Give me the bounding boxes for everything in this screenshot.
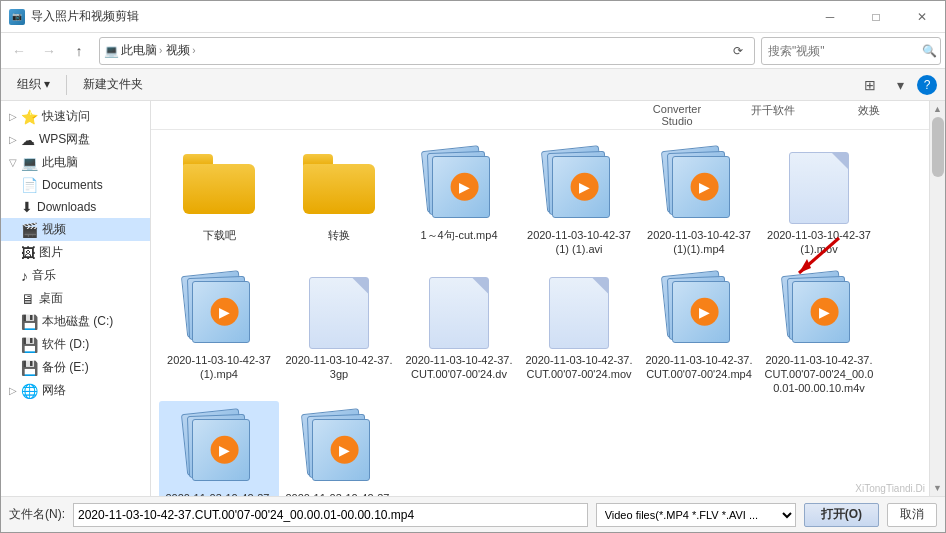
play-icon-4: ▶	[571, 173, 599, 201]
file-name-12: 2020-11-03-10-42-37.CUT.00'07-00'24_00.0…	[764, 353, 874, 396]
expand-icon: ▷	[9, 111, 17, 122]
file-item-13[interactable]: ▶ 2020-11-03-10-42-37.CUT.00'07-00'24_00…	[159, 401, 279, 496]
expand-icon-pc: ▽	[9, 157, 17, 168]
scroll-up-button[interactable]: ▲	[930, 101, 946, 117]
address-content: 💻 此电脑 › 视频 ›	[104, 42, 722, 59]
minimize-button[interactable]: ─	[807, 1, 853, 33]
address-segment-1: 💻 此电脑 ›	[104, 42, 162, 59]
file-item-3[interactable]: ▶ 1～4句-cut.mp4	[399, 138, 519, 263]
address-videos: 视频	[166, 42, 190, 59]
search-bar[interactable]: 🔍	[761, 37, 941, 65]
search-input[interactable]	[768, 44, 918, 58]
file-item-folder1[interactable]: 下载吧	[159, 138, 279, 263]
generic-thumb-8	[299, 269, 379, 349]
sidebar-item-quick-access[interactable]: ▷ ⭐ 快速访问	[1, 105, 150, 128]
file-item-10[interactable]: 2020-11-03-10-42-37.CUT.00'07-00'24.mov	[519, 263, 639, 402]
new-folder-button[interactable]: 新建文件夹	[75, 73, 151, 97]
file-name-11: 2020-11-03-10-42-37.CUT.00'07-00'24.mp4	[644, 353, 754, 382]
desktop-icon: 🖥	[21, 291, 35, 307]
scrollbar[interactable]: ▲ ▼	[929, 101, 945, 496]
file-name-10: 2020-11-03-10-42-37.CUT.00'07-00'24.mov	[524, 353, 634, 382]
toolbar2-right: ⊞ ▾ ?	[857, 73, 937, 97]
watermark: XiTongTiandi.Di	[851, 481, 929, 496]
generic-icon-8	[309, 277, 369, 349]
search-icon: 🔍	[922, 44, 937, 58]
file-item-8[interactable]: 2020-11-03-10-42-37.3gp	[279, 263, 399, 402]
sidebar-item-disk-e[interactable]: 💾 备份 (E:)	[1, 356, 150, 379]
network-icon: 🌐	[21, 383, 38, 399]
sidebar-label-desktop: 桌面	[39, 290, 142, 307]
file-item-4[interactable]: ▶ 2020-11-03-10-42-37(1) (1).avi	[519, 138, 639, 263]
play-icon-5: ▶	[691, 173, 719, 201]
video-thumb-13: ▶	[179, 407, 259, 487]
sidebar-item-wps[interactable]: ▷ ☁ WPS网盘	[1, 128, 150, 151]
file-item-12[interactable]: ▶ 2020-11-03-10-42-37.CUT.00'07-00'24_00…	[759, 263, 879, 402]
sidebar-item-pictures[interactable]: 🖼 图片	[1, 241, 150, 264]
videos-icon: 🎬	[21, 222, 38, 238]
open-button[interactable]: 打开(O)	[804, 503, 879, 527]
file-item-9[interactable]: 2020-11-03-10-42-37.CUT.00'07-00'24.dv	[399, 263, 519, 402]
view-dropdown[interactable]: ▾	[887, 73, 913, 97]
sidebar-item-desktop[interactable]: 🖥 桌面	[1, 287, 150, 310]
video-stack-4: ▶	[544, 148, 614, 220]
cut-item-1: ConverterStudio	[637, 103, 717, 127]
folder-thumb-1	[179, 144, 259, 224]
address-chevron-1: ›	[159, 45, 162, 56]
generic-icon-10	[549, 277, 609, 349]
scroll-down-button[interactable]: ▼	[930, 480, 946, 496]
help-button[interactable]: ?	[917, 75, 937, 95]
refresh-button[interactable]: ⟳	[726, 39, 750, 63]
sidebar-item-downloads[interactable]: ⬇ Downloads	[1, 196, 150, 218]
sidebar-item-disk-d[interactable]: 💾 软件 (D:)	[1, 333, 150, 356]
documents-icon: 📄	[21, 177, 38, 193]
view-button[interactable]: ⊞	[857, 73, 883, 97]
folder-body-2	[303, 164, 375, 214]
address-bar[interactable]: 💻 此电脑 › 视频 › ⟳	[99, 37, 755, 65]
forward-button[interactable]: →	[35, 37, 63, 65]
sidebar-label-disk-d: 软件 (D:)	[42, 336, 142, 353]
sidebar-item-videos[interactable]: 🎬 视频	[1, 218, 150, 241]
organize-button[interactable]: 组织 ▾	[9, 73, 58, 97]
file-item-14[interactable]: ▶ 2020-11-03-10-42-37.CUT.00'07-00'28.av…	[279, 401, 399, 496]
file-name-3: 1～4句-cut.mp4	[420, 228, 497, 242]
sidebar-item-disk-c[interactable]: 💾 本地磁盘 (C:)	[1, 310, 150, 333]
folder-icon-2	[303, 154, 375, 214]
file-area[interactable]: ConverterStudio 开千软件 效换 下载吧	[151, 101, 929, 496]
sidebar-label-pictures: 图片	[39, 244, 142, 261]
file-item-7[interactable]: ▶ 2020-11-03-10-42-37(1).mp4	[159, 263, 279, 402]
filetype-select[interactable]: Video files(*.MP4 *.FLV *.AVI ...	[596, 503, 796, 527]
generic-thumb-9	[419, 269, 499, 349]
close-button[interactable]: ✕	[899, 1, 945, 33]
expand-icon-net: ▷	[9, 385, 17, 396]
sidebar-item-network[interactable]: ▷ 🌐 网络	[1, 379, 150, 402]
video-thumb-12: ▶	[779, 269, 859, 349]
file-name-6: 2020-11-03-10-42-37(1).mov	[764, 228, 874, 257]
file-item-folder2[interactable]: 转换	[279, 138, 399, 263]
address-pc: 此电脑	[121, 42, 157, 59]
downloads-icon: ⬇	[21, 199, 33, 215]
file-item-11[interactable]: ▶ 2020-11-03-10-42-37.CUT.00'07-00'24.mp…	[639, 263, 759, 402]
cancel-button[interactable]: 取消	[887, 503, 937, 527]
cut-item-2: 开千软件	[733, 103, 813, 127]
file-name-14: 2020-11-03-10-42-37.CUT.00'07-00'28.avi	[284, 491, 394, 496]
organize-toolbar: 组织 ▾ 新建文件夹 ⊞ ▾ ?	[1, 69, 945, 101]
sidebar-item-music[interactable]: ♪ 音乐	[1, 264, 150, 287]
file-item-6[interactable]: 2020-11-03-10-42-37(1).mov	[759, 138, 879, 263]
music-icon: ♪	[21, 268, 28, 284]
sidebar-label-quick-access: 快速访问	[42, 108, 142, 125]
maximize-button[interactable]: □	[853, 1, 899, 33]
video-stack-5: ▶	[664, 148, 734, 220]
disk-d-icon: 💾	[21, 337, 38, 353]
file-item-5[interactable]: ▶ 2020-11-03-10-42-37(1)(1).mp4	[639, 138, 759, 263]
sidebar-item-documents[interactable]: 📄 Documents	[1, 174, 150, 196]
scroll-thumb-track	[930, 117, 946, 480]
filename-input[interactable]	[73, 503, 588, 527]
scroll-thumb[interactable]	[932, 117, 944, 177]
bottom-bar: 文件名(N): Video files(*.MP4 *.FLV *.AVI ..…	[1, 496, 945, 532]
quick-access-icon: ⭐	[21, 109, 38, 125]
video-stack-14: ▶	[304, 411, 374, 483]
sidebar-item-pc[interactable]: ▽ 💻 此电脑	[1, 151, 150, 174]
back-button[interactable]: ←	[5, 37, 33, 65]
up-button[interactable]: ↑	[65, 37, 93, 65]
file-name-2: 转换	[328, 228, 350, 242]
